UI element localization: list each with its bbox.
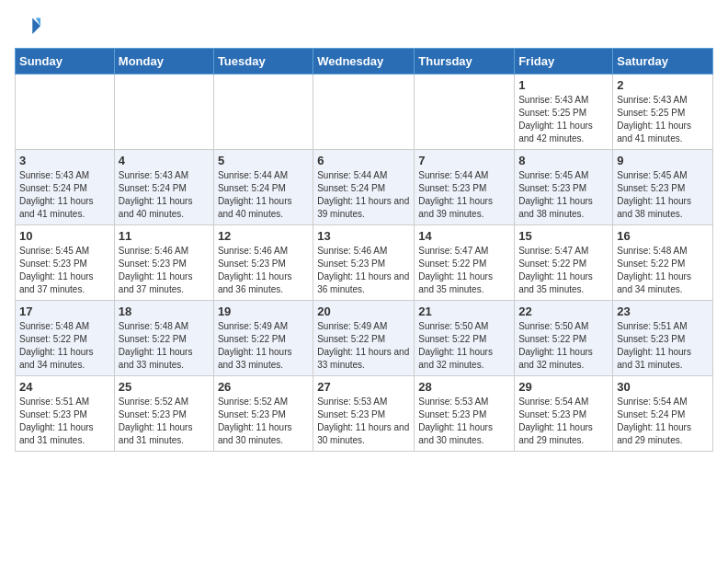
day-number: 9 bbox=[617, 154, 709, 167]
day-number: 2 bbox=[617, 78, 709, 92]
calendar-cell: 23Sunrise: 5:51 AM Sunset: 5:23 PM Dayli… bbox=[613, 301, 713, 376]
day-info: Sunrise: 5:47 AM Sunset: 5:22 PM Dayligh… bbox=[518, 245, 609, 296]
weekday-header-friday: Friday bbox=[515, 49, 613, 75]
day-number: 18 bbox=[119, 304, 210, 318]
day-info: Sunrise: 5:54 AM Sunset: 5:24 PM Dayligh… bbox=[617, 396, 709, 447]
weekday-header-monday: Monday bbox=[114, 49, 213, 75]
day-number: 5 bbox=[218, 154, 309, 167]
calendar-cell: 25Sunrise: 5:52 AM Sunset: 5:23 PM Dayli… bbox=[114, 376, 213, 452]
day-info: Sunrise: 5:43 AM Sunset: 5:24 PM Dayligh… bbox=[119, 169, 210, 221]
day-number: 24 bbox=[19, 380, 110, 394]
day-number: 17 bbox=[19, 304, 110, 318]
calendar-cell: 6Sunrise: 5:44 AM Sunset: 5:24 PM Daylig… bbox=[313, 150, 415, 225]
day-info: Sunrise: 5:48 AM Sunset: 5:22 PM Dayligh… bbox=[119, 320, 210, 372]
calendar-cell: 2Sunrise: 5:43 AM Sunset: 5:25 PM Daylig… bbox=[613, 75, 713, 150]
day-info: Sunrise: 5:53 AM Sunset: 5:23 PM Dayligh… bbox=[317, 396, 410, 447]
calendar-cell: 16Sunrise: 5:48 AM Sunset: 5:22 PM Dayli… bbox=[613, 225, 713, 301]
day-number: 15 bbox=[518, 229, 609, 243]
day-info: Sunrise: 5:49 AM Sunset: 5:22 PM Dayligh… bbox=[317, 320, 410, 372]
day-number: 10 bbox=[19, 229, 110, 243]
calendar-cell: 21Sunrise: 5:50 AM Sunset: 5:22 PM Dayli… bbox=[415, 301, 515, 376]
day-info: Sunrise: 5:44 AM Sunset: 5:24 PM Dayligh… bbox=[218, 169, 309, 221]
day-number: 23 bbox=[617, 304, 709, 318]
day-number: 30 bbox=[617, 380, 709, 394]
day-info: Sunrise: 5:44 AM Sunset: 5:23 PM Dayligh… bbox=[418, 169, 510, 221]
day-info: Sunrise: 5:50 AM Sunset: 5:22 PM Dayligh… bbox=[518, 320, 609, 372]
day-number: 22 bbox=[518, 304, 609, 318]
calendar-cell: 17Sunrise: 5:48 AM Sunset: 5:22 PM Dayli… bbox=[16, 301, 115, 376]
logo-icon bbox=[15, 15, 40, 40]
day-info: Sunrise: 5:46 AM Sunset: 5:23 PM Dayligh… bbox=[218, 245, 309, 296]
day-info: Sunrise: 5:47 AM Sunset: 5:22 PM Dayligh… bbox=[418, 245, 510, 296]
calendar-cell: 28Sunrise: 5:53 AM Sunset: 5:23 PM Dayli… bbox=[415, 376, 515, 452]
calendar-cell: 29Sunrise: 5:54 AM Sunset: 5:23 PM Dayli… bbox=[515, 376, 613, 452]
header bbox=[15, 15, 713, 40]
calendar-cell: 8Sunrise: 5:45 AM Sunset: 5:23 PM Daylig… bbox=[515, 150, 613, 225]
calendar-week-row: 17Sunrise: 5:48 AM Sunset: 5:22 PM Dayli… bbox=[16, 301, 713, 376]
calendar-cell: 4Sunrise: 5:43 AM Sunset: 5:24 PM Daylig… bbox=[114, 150, 213, 225]
calendar-cell: 10Sunrise: 5:45 AM Sunset: 5:23 PM Dayli… bbox=[16, 225, 115, 301]
day-number: 8 bbox=[518, 154, 609, 167]
day-number: 6 bbox=[317, 154, 410, 167]
day-info: Sunrise: 5:51 AM Sunset: 5:23 PM Dayligh… bbox=[617, 320, 709, 372]
day-info: Sunrise: 5:52 AM Sunset: 5:23 PM Dayligh… bbox=[119, 396, 210, 447]
day-info: Sunrise: 5:52 AM Sunset: 5:23 PM Dayligh… bbox=[218, 396, 309, 447]
calendar-week-row: 10Sunrise: 5:45 AM Sunset: 5:23 PM Dayli… bbox=[16, 225, 713, 301]
calendar-cell: 22Sunrise: 5:50 AM Sunset: 5:22 PM Dayli… bbox=[515, 301, 613, 376]
day-number: 1 bbox=[518, 78, 609, 92]
day-info: Sunrise: 5:48 AM Sunset: 5:22 PM Dayligh… bbox=[19, 320, 110, 372]
weekday-header-tuesday: Tuesday bbox=[213, 49, 313, 75]
calendar-cell: 24Sunrise: 5:51 AM Sunset: 5:23 PM Dayli… bbox=[16, 376, 115, 452]
calendar-cell: 26Sunrise: 5:52 AM Sunset: 5:23 PM Dayli… bbox=[213, 376, 313, 452]
day-number: 7 bbox=[418, 154, 510, 167]
calendar-cell: 18Sunrise: 5:48 AM Sunset: 5:22 PM Dayli… bbox=[114, 301, 213, 376]
calendar-cell: 7Sunrise: 5:44 AM Sunset: 5:23 PM Daylig… bbox=[415, 150, 515, 225]
calendar-cell: 30Sunrise: 5:54 AM Sunset: 5:24 PM Dayli… bbox=[613, 376, 713, 452]
day-info: Sunrise: 5:43 AM Sunset: 5:25 PM Dayligh… bbox=[518, 94, 609, 145]
weekday-header-saturday: Saturday bbox=[613, 49, 713, 75]
day-number: 20 bbox=[317, 304, 410, 318]
day-number: 19 bbox=[218, 304, 309, 318]
calendar-cell: 9Sunrise: 5:45 AM Sunset: 5:23 PM Daylig… bbox=[613, 150, 713, 225]
day-number: 14 bbox=[418, 229, 510, 243]
calendar-week-row: 3Sunrise: 5:43 AM Sunset: 5:24 PM Daylig… bbox=[16, 150, 713, 225]
day-info: Sunrise: 5:44 AM Sunset: 5:24 PM Dayligh… bbox=[317, 169, 410, 221]
day-info: Sunrise: 5:46 AM Sunset: 5:23 PM Dayligh… bbox=[119, 245, 210, 296]
calendar-week-row: 1Sunrise: 5:43 AM Sunset: 5:25 PM Daylig… bbox=[16, 75, 713, 150]
calendar-cell bbox=[213, 75, 313, 150]
calendar-cell: 12Sunrise: 5:46 AM Sunset: 5:23 PM Dayli… bbox=[213, 225, 313, 301]
day-number: 3 bbox=[19, 154, 110, 167]
day-number: 11 bbox=[119, 229, 210, 243]
calendar-cell: 19Sunrise: 5:49 AM Sunset: 5:22 PM Dayli… bbox=[213, 301, 313, 376]
day-info: Sunrise: 5:51 AM Sunset: 5:23 PM Dayligh… bbox=[19, 396, 110, 447]
day-number: 28 bbox=[418, 380, 510, 394]
weekday-header-wednesday: Wednesday bbox=[313, 49, 415, 75]
day-info: Sunrise: 5:43 AM Sunset: 5:24 PM Dayligh… bbox=[19, 169, 110, 221]
day-info: Sunrise: 5:43 AM Sunset: 5:25 PM Dayligh… bbox=[617, 94, 709, 145]
day-number: 12 bbox=[218, 229, 309, 243]
day-number: 29 bbox=[518, 380, 609, 394]
calendar-cell bbox=[313, 75, 415, 150]
calendar-table: SundayMondayTuesdayWednesdayThursdayFrid… bbox=[15, 48, 713, 452]
calendar-cell: 5Sunrise: 5:44 AM Sunset: 5:24 PM Daylig… bbox=[213, 150, 313, 225]
day-number: 25 bbox=[119, 380, 210, 394]
day-number: 16 bbox=[617, 229, 709, 243]
day-info: Sunrise: 5:48 AM Sunset: 5:22 PM Dayligh… bbox=[617, 245, 709, 296]
day-number: 21 bbox=[418, 304, 510, 318]
day-number: 26 bbox=[218, 380, 309, 394]
weekday-header-thursday: Thursday bbox=[415, 49, 515, 75]
calendar-cell: 20Sunrise: 5:49 AM Sunset: 5:22 PM Dayli… bbox=[313, 301, 415, 376]
calendar-cell: 3Sunrise: 5:43 AM Sunset: 5:24 PM Daylig… bbox=[16, 150, 115, 225]
calendar-week-row: 24Sunrise: 5:51 AM Sunset: 5:23 PM Dayli… bbox=[16, 376, 713, 452]
day-info: Sunrise: 5:49 AM Sunset: 5:22 PM Dayligh… bbox=[218, 320, 309, 372]
day-info: Sunrise: 5:54 AM Sunset: 5:23 PM Dayligh… bbox=[518, 396, 609, 447]
calendar-cell: 1Sunrise: 5:43 AM Sunset: 5:25 PM Daylig… bbox=[515, 75, 613, 150]
day-number: 27 bbox=[317, 380, 410, 394]
calendar-cell bbox=[16, 75, 115, 150]
day-info: Sunrise: 5:53 AM Sunset: 5:23 PM Dayligh… bbox=[418, 396, 510, 447]
day-info: Sunrise: 5:46 AM Sunset: 5:23 PM Dayligh… bbox=[317, 245, 410, 296]
calendar-header-row: SundayMondayTuesdayWednesdayThursdayFrid… bbox=[16, 49, 713, 75]
day-info: Sunrise: 5:45 AM Sunset: 5:23 PM Dayligh… bbox=[617, 169, 709, 221]
calendar-cell: 27Sunrise: 5:53 AM Sunset: 5:23 PM Dayli… bbox=[313, 376, 415, 452]
calendar-cell: 15Sunrise: 5:47 AM Sunset: 5:22 PM Dayli… bbox=[515, 225, 613, 301]
